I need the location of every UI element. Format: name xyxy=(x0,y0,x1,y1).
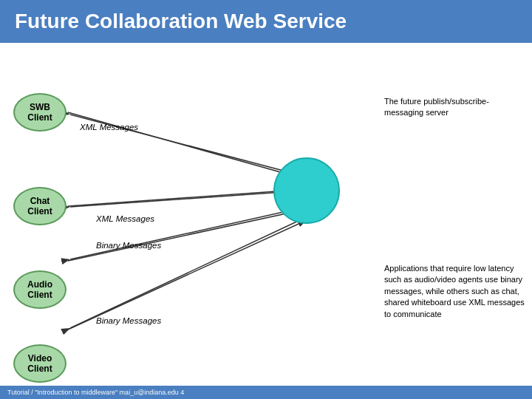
central-server-circle xyxy=(273,157,340,224)
header: Future Collaboration Web Service xyxy=(0,0,532,43)
client-video: VideoClient xyxy=(13,344,66,383)
footer-text: Tutorial / "Introduction to middleware" … xyxy=(7,389,184,396)
svg-line-4 xyxy=(68,189,307,206)
client-audio: AudioClient xyxy=(13,270,66,309)
binary-messages-label-2: Binary Messages xyxy=(96,316,161,325)
publish-subscribe-text: The future publish/subscribe-messaging s… xyxy=(384,96,517,119)
svg-line-8 xyxy=(68,220,307,330)
latency-note-text: Applications that require low latency su… xyxy=(384,263,525,320)
xml-messages-label-1: XML Messages xyxy=(80,123,138,132)
binary-messages-label-1: Binary Messages xyxy=(96,241,161,250)
footer-bar: Tutorial / "Introduction to middleware" … xyxy=(0,386,532,399)
client-swb: SWBClient xyxy=(13,93,66,132)
page-title: Future Collaboration Web Service xyxy=(15,10,347,33)
xml-messages-label-2: XML Messages xyxy=(96,214,154,223)
client-chat: ChatClient xyxy=(13,187,66,225)
svg-line-5 xyxy=(70,191,303,207)
svg-line-9 xyxy=(70,219,303,328)
main-content: SWBClient ChatClient AudioClient VideoCl… xyxy=(0,43,532,399)
